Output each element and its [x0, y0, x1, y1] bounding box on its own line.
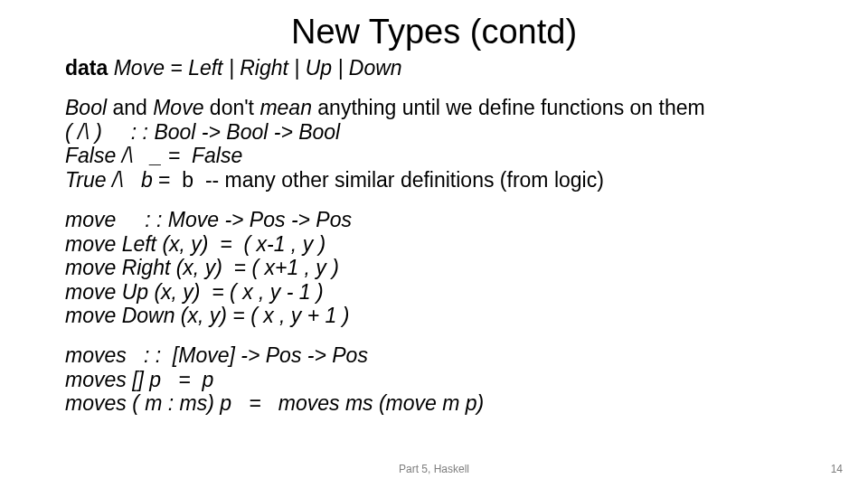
- dont-word: don't: [203, 96, 259, 119]
- move-word: Move: [153, 96, 203, 119]
- move-sig: move : : Move -> Pos -> Pos: [65, 208, 352, 231]
- bool-block: Bool and Move don't mean anything until …: [65, 96, 814, 192]
- moves-block: moves : : [Move] -> Pos -> Pos moves [] …: [65, 343, 814, 415]
- mean-word: mean: [259, 96, 312, 119]
- page-number: 14: [831, 463, 843, 475]
- move-right: move Right (x, y) = ( x+1 , y ): [65, 256, 339, 279]
- true-case-rhs: = b -- many other similar definitions (f…: [153, 168, 604, 192]
- false-case: False /\ _ = False: [65, 144, 242, 167]
- move-left: move Left (x, y) = ( x-1 , y ): [65, 232, 326, 256]
- footer-center: Part 5, Haskell: [0, 463, 868, 475]
- move-up: move Up (x, y) = ( x , y - 1 ): [65, 280, 324, 304]
- and-word: and: [107, 96, 153, 119]
- slide: New Types (contd) data Move = Left | Rig…: [0, 0, 868, 488]
- and-operator-sig: ( /\ ) : : Bool -> Bool -> Bool: [65, 120, 340, 144]
- moves-cons: moves ( m : ms) p = moves ms (move m p): [65, 391, 484, 415]
- decl-rest: Move = Left | Right | Up | Down: [108, 56, 401, 80]
- slide-body: data Move = Left | Right | Up | Down Boo…: [65, 56, 814, 416]
- moves-sig: moves : : [Move] -> Pos -> Pos: [65, 343, 368, 367]
- data-declaration: data Move = Left | Right | Up | Down: [65, 56, 814, 80]
- rest-sentence: anything until we define functions on th…: [312, 96, 705, 119]
- true-case-lhs: True /\ b: [65, 168, 153, 192]
- bool-word: Bool: [65, 96, 107, 119]
- keyword-data: data: [65, 56, 108, 80]
- moves-nil: moves [] p = p: [65, 368, 213, 391]
- move-block: move : : Move -> Pos -> Pos move Left (x…: [65, 208, 814, 327]
- slide-title: New Types (contd): [0, 13, 868, 52]
- move-down: move Down (x, y) = ( x , y + 1 ): [65, 304, 349, 327]
